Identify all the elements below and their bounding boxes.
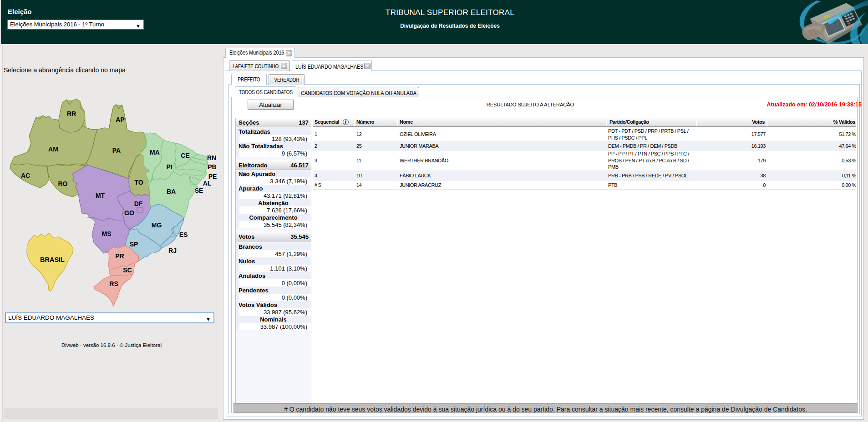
svg-text:MT: MT xyxy=(96,192,105,199)
svg-text:BA: BA xyxy=(167,188,176,195)
svg-text:RO: RO xyxy=(58,180,68,187)
svg-text:RN: RN xyxy=(207,154,216,161)
svg-text:RS: RS xyxy=(109,280,118,287)
svg-text:AL: AL xyxy=(203,180,212,187)
svg-text:GO: GO xyxy=(124,209,134,216)
svg-text:MG: MG xyxy=(152,221,162,229)
svg-text:PB: PB xyxy=(208,163,216,171)
svg-text:SC: SC xyxy=(123,266,132,274)
svg-text:AM: AM xyxy=(48,146,58,153)
svg-text:SE: SE xyxy=(195,187,203,194)
svg-text:PI: PI xyxy=(166,163,172,171)
svg-text:DF: DF xyxy=(134,200,143,207)
svg-text:BRASIL: BRASIL xyxy=(40,256,65,263)
svg-text:AC: AC xyxy=(21,172,30,179)
svg-text:MA: MA xyxy=(150,149,160,156)
svg-text:CE: CE xyxy=(181,152,189,159)
svg-text:MS: MS xyxy=(102,230,112,237)
svg-text:RR: RR xyxy=(67,110,76,117)
svg-text:AP: AP xyxy=(116,116,124,123)
svg-text:ES: ES xyxy=(179,231,188,238)
svg-text:SP: SP xyxy=(130,241,138,248)
svg-text:PE: PE xyxy=(208,173,217,180)
svg-text:RJ: RJ xyxy=(168,247,177,254)
svg-text:PR: PR xyxy=(115,252,124,260)
svg-text:TO: TO xyxy=(134,179,143,186)
svg-text:PA: PA xyxy=(112,147,121,154)
